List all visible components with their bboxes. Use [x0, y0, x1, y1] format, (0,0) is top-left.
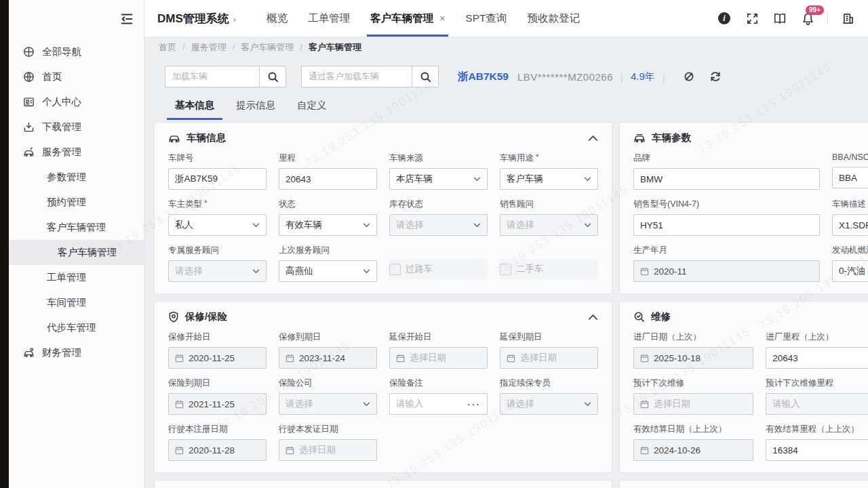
field-control[interactable]: BBA ··· — [832, 167, 868, 188]
app-title[interactable]: DMS管理系统 › — [157, 11, 236, 26]
sidebar-item-customer-vehicle-management[interactable]: 客户车辆管理 — [9, 215, 144, 240]
field-control[interactable]: 高燕仙 ··· — [279, 260, 377, 282]
download-icon — [23, 121, 35, 133]
field-control[interactable]: 请选择 ··· — [500, 214, 598, 236]
eye-off-icon — [683, 70, 695, 83]
field-control[interactable]: 有效车辆 ··· — [279, 214, 377, 236]
field-control[interactable]: 选择日期 ··· — [389, 347, 488, 369]
collapse-section-button[interactable] — [588, 135, 598, 142]
field-control[interactable]: 选择日期 ··· — [500, 347, 598, 369]
sidebar-collapse-button[interactable] — [118, 10, 136, 28]
field-control[interactable]: 2025-10-18 ··· — [633, 347, 753, 369]
customer-search-button[interactable] — [412, 66, 439, 87]
sidebar-item-home[interactable]: 首页 — [9, 64, 144, 89]
organization-button[interactable] — [840, 10, 856, 26]
required-mark: * — [204, 199, 208, 210]
field-control[interactable]: BMW ··· — [633, 168, 820, 190]
plate-number[interactable]: 浙AB7K59 — [458, 70, 509, 84]
field-value: 私人 — [175, 219, 193, 231]
field-control[interactable]: 选择日期 ··· — [279, 439, 377, 461]
field-control[interactable]: 二手车 ··· — [500, 259, 598, 279]
field-value: 2024-10-26 — [654, 445, 701, 455]
sidebar-item-customer-vehicle-management-sub[interactable]: 客户车辆管理 — [9, 240, 144, 265]
content-tab[interactable]: 提示信息 — [228, 95, 283, 120]
top-tab[interactable]: 客户车辆管理× — [360, 0, 455, 37]
field-control[interactable]: 20643 ··· — [766, 347, 868, 369]
manual-button[interactable] — [772, 10, 788, 26]
chevron-right-icon: › — [233, 14, 236, 24]
field-value: 客户车辆 — [507, 173, 543, 185]
field-control[interactable]: 私人 ··· — [168, 214, 267, 236]
field-control[interactable]: 2021-11-25 ··· — [168, 393, 267, 415]
notifications-button[interactable]: 99+ — [800, 10, 816, 26]
sidebar-item-parameter-management[interactable]: 参数管理 — [9, 165, 144, 190]
section-title: 车辆参数 — [652, 131, 691, 144]
content-tab[interactable]: 自定义 — [289, 95, 335, 120]
field-control[interactable]: X1.SDRIVE25Li ··· — [832, 214, 868, 236]
field-control[interactable]: 客户车辆 ··· — [500, 168, 598, 190]
field-label — [389, 245, 488, 255]
top-tab[interactable]: 工单管理 — [298, 0, 360, 37]
more-icon[interactable]: ··· — [468, 399, 481, 409]
field-control[interactable]: 2020-11-25 ··· — [168, 347, 267, 369]
form-field: 车辆用途* 客户车辆 ··· — [500, 152, 598, 190]
field-label: 状态 — [279, 199, 377, 210]
sidebar-item-service-management[interactable]: 服务管理 — [9, 140, 144, 165]
sidebar-item-courtesy-car-management[interactable]: 代步车管理 — [9, 315, 144, 340]
field-control[interactable]: 本店车辆 ··· — [389, 168, 488, 190]
refresh-icon — [709, 70, 722, 83]
close-tab-icon[interactable]: × — [439, 13, 445, 24]
sidebar-item-work-order-management[interactable]: 工单管理 — [9, 265, 144, 290]
top-tab[interactable]: 预收款登记 — [517, 0, 590, 37]
collapse-section-button[interactable] — [588, 314, 598, 321]
sidebar-item-personal-center[interactable]: 个人中心 — [9, 89, 144, 115]
field-control[interactable]: 请选择 ··· — [168, 260, 267, 282]
info-button[interactable]: i — [716, 10, 732, 26]
field-value: 2020-11 — [654, 266, 687, 277]
calendar-icon — [640, 446, 649, 455]
checkbox-icon[interactable] — [500, 264, 511, 275]
breadcrumb-service[interactable]: 服务管理 — [176, 41, 226, 54]
sidebar-item-appointment-management[interactable]: 预约管理 — [9, 190, 144, 215]
top-tab[interactable]: SPT查询 — [455, 0, 517, 37]
sidebar-item-workshop-management[interactable]: 车间管理 — [9, 290, 144, 315]
field-label: 里程 — [279, 152, 377, 164]
field-control[interactable]: 2024-10-26 ··· — [633, 439, 753, 461]
vehicle-search-input[interactable]: 加载车辆 — [165, 66, 260, 87]
form-field: 车辆来源 本店车辆 ··· — [389, 152, 488, 190]
hide-vin-button[interactable] — [681, 68, 697, 85]
fullscreen-button[interactable] — [744, 10, 760, 26]
field-control[interactable]: 0-汽油 ··· — [832, 260, 868, 282]
field-control[interactable]: 请选择 ··· — [500, 393, 598, 415]
field-control[interactable]: 请输入 ··· — [766, 393, 868, 415]
field-control[interactable]: 请选择 ··· — [389, 214, 488, 236]
field-control[interactable]: HY51 ··· — [633, 214, 820, 236]
breadcrumb-customer-vehicle[interactable]: 客户车辆管理 — [226, 41, 294, 54]
form-field: 品牌 BMW ··· — [633, 152, 820, 190]
sidebar-item-download-management[interactable]: 下载管理 — [9, 115, 144, 140]
field-value: 2025-10-18 — [654, 353, 701, 363]
breadcrumb-home[interactable]: 首页 — [159, 41, 176, 54]
customer-search-input[interactable]: 通过客户加载车辆 — [301, 66, 412, 87]
field-control[interactable]: 请选择 ··· — [279, 393, 377, 415]
field-value: 2023-11-24 — [299, 353, 345, 363]
vehicle-search-button[interactable] — [260, 66, 286, 87]
field-value: 16384 — [772, 445, 798, 455]
field-label: 进厂日期（上次） — [633, 331, 753, 343]
content-tab[interactable]: 基本信息 — [167, 95, 222, 120]
field-control[interactable]: 16384 ··· — [766, 439, 868, 461]
field-control[interactable]: 2023-11-24 ··· — [279, 347, 377, 369]
sidebar-item-all-navigation[interactable]: 全部导航 — [9, 39, 144, 64]
field-control[interactable]: 20643 ··· — [279, 168, 377, 190]
field-control[interactable]: 浙AB7K59 ··· — [168, 168, 267, 190]
field-control[interactable]: 请输入 ··· — [389, 393, 488, 415]
field-control[interactable]: 过路车 ··· — [389, 259, 488, 279]
field-control[interactable]: 2020-11-28 ··· — [168, 439, 267, 461]
field-value: 请输入 — [772, 398, 800, 410]
checkbox-icon[interactable] — [389, 264, 401, 275]
sidebar-item-finance-management[interactable]: 财务管理 — [9, 340, 144, 365]
refresh-button[interactable] — [707, 68, 724, 85]
field-control[interactable]: 2020-11 ··· — [633, 260, 820, 282]
field-control[interactable]: 选择日期 ··· — [633, 393, 753, 415]
top-tab[interactable]: 概览 — [256, 0, 298, 37]
